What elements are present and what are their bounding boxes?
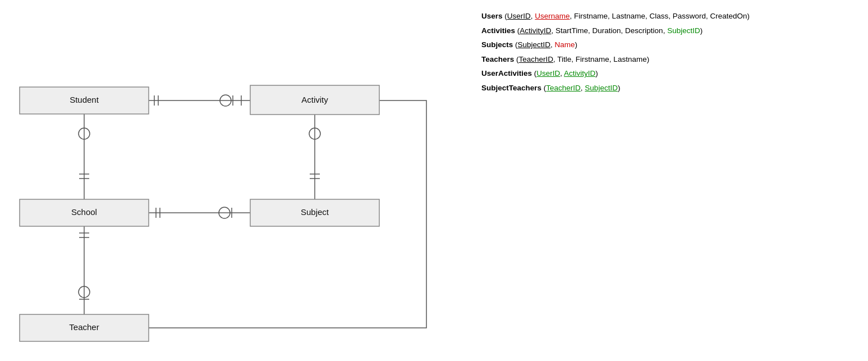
schema-subjects-name-field: Name (555, 40, 575, 49)
entity-subject-label: Subject (301, 207, 329, 217)
schema-useractivities-paren-close: ) (595, 69, 598, 77)
schema-subjectteachers-subjectid: SubjectID (585, 84, 618, 92)
schema-subjects: Subjects (SubjectID, Name) (481, 39, 863, 51)
schema-useractivities: UserActivities (UserID, ActivityID) (481, 67, 863, 80)
schema-users-username: Username (535, 12, 570, 20)
schema-teachers-rest: , Title, Firstname, Lastname) (553, 55, 649, 63)
schema-teachers-teacherid: TeacherID (519, 55, 554, 63)
schema-teachers-name: Teachers (481, 55, 514, 63)
schema-users-name: Users (481, 12, 503, 20)
schema-teachers: Teachers (TeacherID, Title, Firstname, L… (481, 53, 863, 66)
entity-student-label: Student (70, 95, 99, 104)
schema-activities-rest: , StartTime, Duration, Description, (552, 26, 668, 35)
schema-activities-activityid: ActivityID (520, 26, 551, 35)
schema-activities: Activities (ActivityID, StartTime, Durat… (481, 25, 863, 37)
schema-users-rest: , Firstname, Lastname, Class, Password, … (570, 12, 750, 20)
erd-diagram: Student Activity School Subject Teacher (0, 0, 477, 361)
diagram-area: Student Activity School Subject Teacher (0, 0, 477, 361)
schema-subjectteachers-paren-close: ) (618, 84, 621, 92)
schema-subjects-subjectid: SubjectID (518, 40, 551, 49)
schema-useractivities-name: UserActivities (481, 69, 532, 77)
schema-subjects-name: Subjects (481, 40, 513, 49)
entity-activity-label: Activity (301, 95, 328, 104)
schema-activities-subjectid: SubjectID (667, 26, 700, 35)
entity-teacher-label: Teacher (69, 322, 99, 332)
schema-activities-name: Activities (481, 26, 515, 35)
schema-activities-paren-close: ) (700, 26, 703, 35)
schema-users-userid: UserID (507, 12, 531, 20)
schema-subjectteachers-name: SubjectTeachers (481, 84, 541, 92)
schema-subjectteachers-teacherid: TeacherID (546, 84, 581, 92)
entity-school-label: School (71, 207, 97, 217)
schema-users: Users (UserID, Username, Firstname, Last… (481, 10, 863, 22)
schema-useractivities-userid: UserID (536, 69, 560, 77)
schema-info-panel: Users (UserID, Username, Firstname, Last… (481, 10, 863, 97)
schema-subjects-comma: , (550, 40, 555, 49)
schema-subjects-paren-close: ) (575, 40, 578, 49)
schema-useractivities-activityid: ActivityID (564, 69, 595, 77)
schema-subjectteachers: SubjectTeachers (TeacherID, SubjectID) (481, 82, 863, 94)
